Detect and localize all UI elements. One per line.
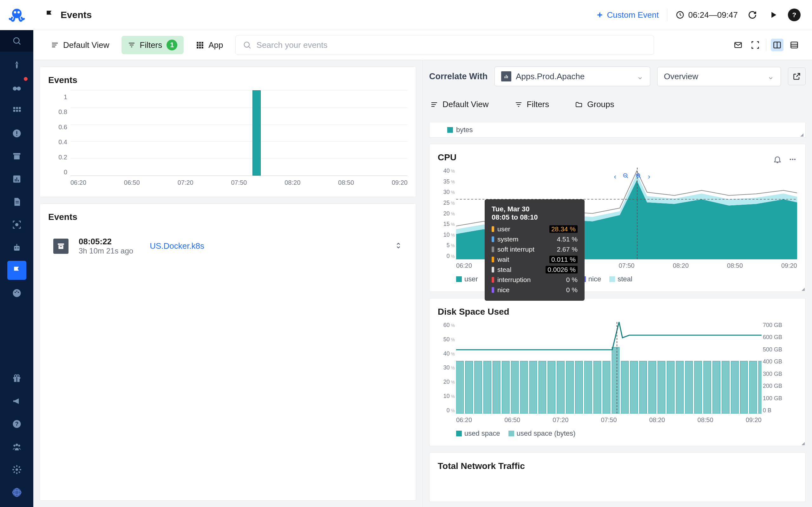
svg-point-27: [17, 247, 18, 248]
disk-y-right: 700 GB600 GB500 GB400 GB300 GB200 GB100 …: [763, 322, 797, 414]
topbar: Events Custom Event 06:24—09:47 ?: [33, 0, 812, 30]
mail-icon[interactable]: [732, 39, 745, 51]
time-range-button[interactable]: 06:24—09:47: [676, 10, 738, 20]
svg-rect-104: [731, 361, 739, 413]
nav-binocular-icon[interactable]: [7, 78, 26, 97]
svg-rect-67: [507, 76, 508, 78]
correlate-bar: Correlate With Apps.Prod.Apache ⌄ Overvi…: [429, 66, 806, 86]
right-filters[interactable]: Filters: [508, 96, 556, 113]
nav-grid-icon[interactable]: [7, 101, 26, 120]
svg-point-69: [792, 159, 794, 160]
nav-settings-icon[interactable]: [7, 460, 26, 479]
svg-point-68: [790, 159, 792, 160]
svg-rect-25: [14, 246, 20, 250]
nav-globe-icon[interactable]: [7, 483, 26, 502]
play-icon[interactable]: [767, 9, 780, 21]
refresh-icon[interactable]: [746, 9, 759, 21]
svg-rect-98: [676, 361, 683, 413]
svg-rect-83: [539, 361, 546, 413]
svg-rect-6: [16, 88, 17, 89]
right-groups[interactable]: Groups: [569, 96, 620, 113]
chevron-right-icon[interactable]: ›: [648, 173, 650, 181]
zoom-out-icon[interactable]: [623, 173, 629, 181]
help-icon[interactable]: ?: [788, 9, 801, 21]
events-list-panel: Events 08:05:22 3h 10m 21s ago US.Docker…: [40, 204, 416, 501]
cpu-plot[interactable]: ‹ ›: [456, 168, 797, 260]
search-input[interactable]: [257, 40, 647, 50]
svg-rect-10: [13, 110, 15, 112]
event-link[interactable]: US.Docker.k8s: [150, 241, 204, 251]
fullscreen-icon[interactable]: [749, 39, 762, 51]
svg-rect-49: [197, 42, 199, 43]
right-default-view[interactable]: Default View: [430, 96, 495, 113]
list-view-icon[interactable]: [788, 39, 801, 51]
custom-event-button[interactable]: Custom Event: [596, 10, 659, 20]
expand-icon[interactable]: [394, 241, 403, 251]
svg-rect-14: [16, 131, 17, 134]
dataset-select[interactable]: Apps.Prod.Apache ⌄: [495, 66, 650, 86]
svg-rect-54: [202, 44, 203, 46]
nav-help-icon[interactable]: ?: [7, 414, 26, 434]
svg-rect-52: [197, 44, 199, 46]
cpu-tooltip: Tue, Mar 30 08:05 to 08:10 user28.34 %sy…: [485, 199, 585, 301]
svg-point-3: [14, 38, 19, 43]
nav-megaphone-icon[interactable]: [7, 392, 26, 411]
svg-rect-92: [621, 361, 629, 413]
default-view-button[interactable]: Default View: [45, 37, 116, 54]
nav-palette-icon[interactable]: [7, 284, 26, 302]
svg-rect-100: [694, 361, 702, 413]
more-icon[interactable]: [788, 155, 797, 165]
svg-rect-90: [603, 361, 610, 413]
svg-rect-96: [658, 361, 665, 413]
svg-rect-11: [16, 110, 18, 112]
disk-plot[interactable]: [456, 322, 762, 414]
svg-rect-89: [594, 361, 601, 413]
nav-search-icon[interactable]: [0, 30, 33, 52]
svg-rect-85: [557, 361, 565, 413]
nav-archive-icon[interactable]: [7, 147, 26, 166]
svg-rect-53: [199, 44, 201, 46]
svg-rect-12: [19, 110, 20, 112]
event-row[interactable]: 08:05:22 3h 10m 21s ago US.Docker.k8s: [48, 227, 408, 265]
nav-gift-icon[interactable]: [7, 369, 26, 388]
nav-team-icon[interactable]: [7, 437, 26, 456]
logo[interactable]: [0, 0, 33, 30]
app-button[interactable]: App: [189, 37, 229, 54]
svg-rect-105: [740, 361, 748, 413]
nav-flag-icon[interactable]: [7, 261, 26, 280]
split-view-icon[interactable]: [771, 39, 783, 51]
chevron-left-icon[interactable]: ‹: [614, 173, 616, 181]
svg-rect-102: [713, 361, 720, 413]
events-chart-panel: Events 10.80.60.40.20 06:2006:5007:2007:…: [40, 66, 416, 197]
svg-rect-106: [749, 361, 757, 413]
archive-icon: [53, 239, 68, 254]
nav-capture-icon[interactable]: [7, 215, 26, 234]
external-link-icon[interactable]: [788, 67, 806, 85]
svg-rect-107: [758, 361, 762, 413]
svg-rect-95: [649, 361, 656, 413]
svg-point-32: [18, 292, 19, 293]
filters-button[interactable]: Filters 1: [121, 36, 184, 54]
nav-rocket-icon[interactable]: [7, 55, 26, 74]
bell-icon[interactable]: [773, 155, 782, 165]
svg-rect-103: [722, 361, 729, 413]
svg-rect-23: [15, 203, 19, 204]
network-panel: Total Network Traffic: [429, 452, 806, 502]
zoom-controls[interactable]: ‹ ›: [614, 173, 651, 181]
view-select[interactable]: Overview ⌄: [657, 67, 781, 86]
nav-robot-icon[interactable]: [7, 238, 26, 257]
svg-rect-80: [511, 361, 519, 413]
svg-rect-82: [529, 361, 537, 413]
svg-point-37: [17, 375, 19, 377]
nav-document-icon[interactable]: [7, 192, 26, 211]
svg-point-43: [15, 468, 18, 471]
events-plot[interactable]: [70, 90, 408, 176]
nav-alert-icon[interactable]: [7, 124, 26, 143]
zoom-in-icon[interactable]: [635, 173, 642, 181]
svg-rect-63: [58, 245, 63, 249]
search-input-container[interactable]: [235, 35, 654, 55]
nav-chart-icon[interactable]: [7, 170, 26, 188]
cpu-title: CPU: [438, 153, 456, 163]
cpu-panel: CPU 4035302520151050 ‹: [429, 144, 806, 292]
filters-count-badge: 1: [166, 40, 177, 50]
